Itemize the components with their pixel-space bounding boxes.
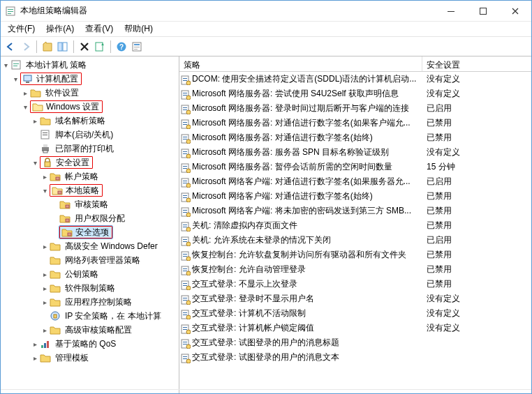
properties-button[interactable] (130, 40, 144, 54)
policy-setting: 没有定义 (427, 294, 460, 303)
expand-icon[interactable]: ▸ (40, 326, 50, 334)
col-header-setting[interactable]: 安全设置 (422, 56, 531, 71)
tree-pubkey-policy[interactable]: ▸ 公钥策略 (1, 267, 179, 281)
tree-windows-settings[interactable]: ▾ Windows 设置 (1, 100, 179, 114)
policy-row[interactable]: Microsoft 网络服务器: 登录时间过期后断开与客户端的连接已启用 (179, 101, 531, 116)
back-button[interactable] (3, 40, 17, 54)
tree-printers[interactable]: ▸ 已部署的打印机 (1, 142, 179, 156)
policy-item-icon (181, 192, 191, 202)
policy-row[interactable]: Microsoft 网络客户端: 对通信进行数字签名(如果服务器允...已启用 (179, 174, 531, 189)
policy-row[interactable]: 交互式登录: 不显示上次登录已禁用 (179, 277, 531, 291)
tree-netlist-policy[interactable]: ▸ 网络列表管理器策略 (1, 253, 179, 267)
tree-pane[interactable]: ▾ 本地计算机 策略 ▾ 计算机配置 ▸ 软件设置 ▾ (1, 56, 179, 389)
tree-root[interactable]: ▾ 本地计算机 策略 (1, 58, 179, 72)
svg-rect-94 (183, 283, 187, 284)
svg-point-96 (186, 286, 191, 290)
help-button[interactable]: ? (114, 40, 128, 54)
expand-icon[interactable]: ▾ (1, 61, 10, 69)
tree-policy-qos[interactable]: ▸ 基于策略的 QoS (1, 337, 179, 351)
tree-security-options[interactable]: ▸ 安全选项 (1, 225, 179, 239)
menu-help[interactable]: 帮助(H) (120, 22, 157, 36)
menu-view[interactable]: 查看(V) (81, 22, 117, 36)
tree-local-policy[interactable]: ▾ 本地策略 (1, 183, 179, 197)
list-pane[interactable]: 策略 安全设置 DCOM: 使用安全描述符定义语言(SDDL)语法的计算机启动.… (179, 56, 531, 389)
tree-audit-policy[interactable]: ▸ 审核策略 (1, 197, 179, 211)
tree-windows-defender[interactable]: ▸ 高级安全 Windows Defer (1, 239, 179, 253)
close-button[interactable] (499, 1, 531, 21)
export-button[interactable] (93, 40, 107, 54)
menu-action[interactable]: 操作(A) (42, 22, 78, 36)
policy-row[interactable]: Microsoft 网络服务器: 对通信进行数字签名(始终)已禁用 (179, 130, 531, 145)
policy-row[interactable]: 交互式登录: 试图登录的用户的消息文本 (179, 350, 531, 365)
tree-software-settings[interactable]: ▸ 软件设置 (1, 86, 179, 100)
expand-icon[interactable]: ▾ (30, 159, 40, 167)
tree-dns-policy[interactable]: ▸ 域名解析策略 (1, 114, 179, 128)
policy-root-icon (10, 59, 22, 70)
col-header-policy[interactable]: 策略 (179, 56, 422, 71)
tree-adv-audit[interactable]: ▸ 高级审核策略配置 (1, 323, 179, 337)
tree-security-settings[interactable]: ▾ 安全设置 (1, 156, 179, 169)
tree-admin-templates[interactable]: ▸ 管理模板 (1, 351, 179, 365)
tree-ipsec[interactable]: ▸ IP 安全策略，在 本地计算 (1, 309, 179, 323)
svg-rect-47 (183, 109, 187, 110)
policy-row[interactable]: 恢复控制台: 允许软盘复制并访问所有驱动器和所有文件夹已禁用 (179, 248, 531, 262)
show-hide-button[interactable] (56, 40, 70, 54)
expand-icon[interactable]: ▸ (30, 117, 40, 125)
policy-row[interactable]: Microsoft 网络客户端: 对通信进行数字签名(始终)已禁用 (179, 189, 531, 204)
expand-icon[interactable]: ▾ (20, 103, 30, 111)
expand-icon[interactable]: ▾ (10, 75, 20, 83)
svg-rect-66 (183, 181, 187, 181)
menu-file[interactable]: 文件(F) (3, 22, 39, 36)
svg-rect-82 (183, 239, 187, 240)
minimize-button[interactable] (435, 1, 467, 21)
svg-rect-31 (68, 233, 71, 236)
svg-rect-59 (183, 153, 187, 154)
tree-app-control[interactable]: ▸ 应用程序控制策略 (1, 295, 179, 309)
delete-button[interactable] (77, 40, 91, 54)
policy-row[interactable]: Microsoft 网络服务器: 服务器 SPN 目标名称验证级别没有定义 (179, 145, 531, 160)
policy-row[interactable]: 交互式登录: 计算机帐户锁定阈值没有定义 (179, 321, 531, 335)
expand-icon[interactable]: ▸ (20, 89, 30, 97)
policy-row[interactable]: Microsoft 网络服务器: 对通信进行数字签名(如果客户端允...已禁用 (179, 116, 531, 130)
svg-rect-111 (183, 344, 187, 344)
svg-point-48 (186, 110, 191, 114)
svg-point-60 (186, 154, 191, 158)
tree-label: 基于策略的 QoS (55, 338, 116, 350)
expand-icon[interactable]: ▸ (40, 298, 50, 306)
policy-row[interactable]: 关机: 允许系统在未登录的情况下关闭已启用 (179, 233, 531, 248)
policy-setting: 没有定义 (427, 89, 460, 98)
tree-computer-config[interactable]: ▾ 计算机配置 (1, 72, 179, 86)
separator (73, 40, 74, 53)
policy-row[interactable]: 交互式登录: 计算机不活动限制没有定义 (179, 306, 531, 321)
policy-row[interactable]: Microsoft 网络服务器: 尝试使用 S4U2Self 获取声明信息没有定… (179, 86, 531, 101)
expand-icon[interactable]: ▸ (40, 285, 50, 292)
tree-user-rights[interactable]: ▸ 用户权限分配 (1, 211, 179, 225)
policy-row[interactable]: DCOM: 使用安全描述符定义语言(SDDL)语法的计算机启动...没有定义 (179, 72, 531, 86)
policy-setting: 已禁用 (427, 132, 452, 142)
maximize-button[interactable] (467, 1, 499, 21)
separator (110, 40, 111, 53)
expand-icon[interactable]: ▸ (40, 243, 50, 250)
svg-rect-74 (183, 210, 187, 211)
expand-icon[interactable]: ▸ (40, 173, 50, 181)
policy-row[interactable]: 恢复控制台: 允许自动管理登录已禁用 (179, 262, 531, 277)
tree-account-policy[interactable]: ▸ 帐户策略 (1, 169, 179, 183)
up-button[interactable] (40, 40, 54, 54)
tree-scripts[interactable]: ▸ 脚本(启动/关机) (1, 128, 179, 142)
expand-icon[interactable]: ▸ (40, 271, 50, 278)
tree-label: 审核策略 (75, 199, 108, 211)
expand-icon[interactable]: ▸ (30, 354, 40, 362)
policy-row[interactable]: 交互式登录: 登录时不显示用户名没有定义 (179, 291, 531, 306)
svg-rect-87 (183, 256, 187, 257)
expand-icon[interactable]: ▾ (40, 187, 50, 195)
forward-button[interactable] (19, 40, 33, 54)
policy-row[interactable]: Microsoft 网络客户端: 将未加密的密码发送到第三方 SMB...已禁用 (179, 204, 531, 218)
policy-name: 交互式登录: 不显示上次登录 (192, 279, 297, 289)
svg-rect-70 (183, 195, 187, 196)
policy-row[interactable]: Microsoft 网络服务器: 暂停会话前所需的空闲时间数量15 分钟 (179, 160, 531, 174)
policy-row[interactable]: 交互式登录: 试图登录的用户的消息标题 (179, 335, 531, 350)
policy-item-icon (181, 251, 191, 261)
tree-software-restrict[interactable]: ▸ 软件限制策略 (1, 281, 179, 295)
policy-row[interactable]: 关机: 清除虚拟内存页面文件已禁用 (179, 218, 531, 233)
expand-icon[interactable]: ▸ (30, 340, 40, 348)
